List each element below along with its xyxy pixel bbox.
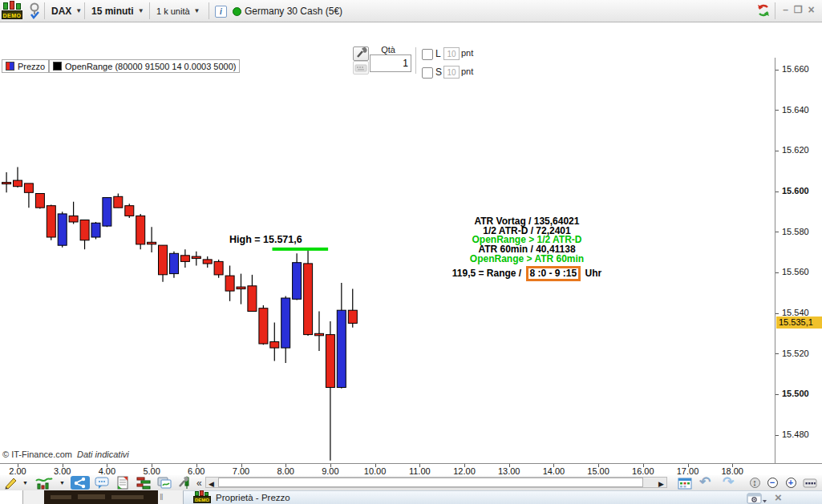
duplicate-chart-button[interactable]	[156, 476, 173, 490]
duplicate-chart-icon	[156, 476, 172, 490]
zoom-in-icon: +	[786, 478, 796, 488]
candle-body	[293, 263, 302, 300]
market-open-status-dot	[233, 7, 241, 16]
candle-body	[337, 310, 346, 387]
zoom-out-icon: −	[767, 478, 778, 488]
units-dropdown[interactable]: 1 k unità ▼	[152, 2, 205, 19]
redo-icon[interactable]: ↷	[723, 474, 734, 490]
price-tick	[775, 435, 779, 436]
calendar-icon	[677, 476, 693, 490]
candlestick-chart[interactable]	[0, 58, 775, 463]
background-window-fragment[interactable]	[44, 490, 158, 504]
status-corner-cell	[0, 490, 23, 504]
share-icon	[73, 477, 87, 489]
positions-button[interactable]	[135, 476, 152, 490]
panel-visibility-button[interactable]	[747, 492, 767, 504]
status-row: ‖ DEMO Proprietà - Prezzo ×	[0, 490, 822, 504]
info-icon[interactable]: i	[215, 6, 227, 18]
report-icon	[116, 476, 129, 490]
instrument-dropdown[interactable]: DAX ▼	[47, 2, 87, 19]
indicators-icon	[35, 476, 53, 490]
properties-panel-titlebar[interactable]: DEMO Proprietà - Prezzo ×	[183, 490, 822, 504]
candle-body	[315, 333, 324, 336]
candle-body	[192, 256, 200, 259]
calendar-button[interactable]	[676, 476, 694, 490]
refresh-icon[interactable]	[755, 2, 771, 18]
candle-body	[47, 206, 55, 237]
range-time-box: 8 :0 - 9 :15	[526, 266, 581, 281]
minimize-button[interactable]: –	[779, 5, 792, 17]
maximize-button[interactable]: ❒	[792, 5, 804, 17]
candle-body	[24, 183, 33, 192]
range-annotation-line: 119,5 = Range / 8 :0 - 9 :15 Uhr	[423, 264, 631, 281]
undo-icon[interactable]: ↶	[699, 474, 711, 490]
candle-body	[248, 286, 257, 312]
price-tick	[775, 313, 779, 314]
price-tick-label: 15.480	[782, 429, 809, 439]
more-options-button[interactable]	[801, 476, 819, 490]
price-tick	[775, 272, 779, 273]
candle-body	[114, 196, 123, 208]
collapse-toolbar-button[interactable]: «	[196, 478, 202, 489]
candle-body	[348, 310, 357, 323]
scrollbar-thumb[interactable]	[218, 478, 643, 487]
current-price-tag: 15.535,1	[776, 317, 822, 329]
candle-body	[326, 335, 334, 388]
high-annotation: High = 15.571,6	[229, 234, 302, 245]
candle-body	[170, 253, 179, 273]
open-range-high-line	[273, 248, 329, 251]
divider	[44, 2, 45, 19]
price-legend-icon	[6, 62, 14, 71]
price-tick-label: 15.580	[782, 227, 809, 236]
zoom-in-button[interactable]: +	[782, 476, 800, 490]
annotation-line: OpenRange > ATR 60min	[423, 255, 631, 264]
legend-indicator[interactable]: OpenRange (80000 91500 14 0.0003 5000)	[49, 59, 240, 73]
price-tick	[775, 353, 779, 354]
vertical-zoom-button[interactable]: ↕	[744, 476, 765, 490]
pin-icon[interactable]	[28, 2, 41, 19]
indicators-button[interactable]	[35, 476, 53, 490]
candle-body	[259, 308, 268, 344]
trading-platform-window: DEMO DAX ▼ 15 minuti ▼ 1 k unità ▼ i Ger…	[0, 0, 822, 504]
properties-panel-title: Proprietà - Prezzo	[216, 493, 290, 502]
price-tick	[775, 70, 779, 71]
close-button[interactable]: ×	[805, 5, 817, 17]
share-button[interactable]	[71, 476, 90, 490]
drag-handle-icon[interactable]: ‖	[160, 492, 164, 502]
report-button[interactable]	[114, 476, 132, 490]
instrument-status-label: Germany 30 Cash (5€)	[245, 6, 342, 17]
candle-body	[125, 206, 134, 216]
price-axis[interactable]: 15.66015.64015.62015.60015.58015.56015.5…	[775, 58, 822, 463]
price-tick-label: 15.500	[782, 389, 809, 398]
price-tick-label: 15.640	[782, 105, 809, 115]
price-tick	[775, 110, 779, 111]
candle-body	[35, 194, 44, 208]
candle-body	[159, 245, 168, 275]
chart-toolbar: ▼ ▼	[0, 475, 822, 490]
indicator-legend-icon	[53, 62, 62, 71]
timeframe-dropdown[interactable]: 15 minuti ▼	[87, 2, 149, 19]
candle-body	[237, 287, 245, 289]
timeframe-dropdown-label: 15 minuti	[91, 6, 134, 17]
scroll-right-button[interactable]: ▶	[658, 480, 664, 488]
price-tick-label: 15.600	[782, 186, 809, 196]
zoom-out-button[interactable]: −	[763, 476, 781, 490]
instrument-dropdown-label: DAX	[51, 6, 71, 17]
draw-tool-button[interactable]	[2, 476, 19, 490]
comments-button[interactable]	[93, 476, 111, 490]
candle-body	[270, 342, 279, 349]
atr-annotation-block: ATR Vortag / 135,64021 1/2 ATR-D / 72,24…	[423, 217, 631, 281]
chevron-down-icon[interactable]: ▼	[59, 480, 65, 486]
candle-body	[103, 198, 111, 227]
units-dropdown-label: 1 k unità	[156, 6, 190, 16]
panel-close-button[interactable]: ×	[775, 490, 782, 504]
demo-badge: DEMO	[2, 2, 22, 19]
scroll-left-button[interactable]: ◀	[209, 480, 214, 488]
comment-icon	[95, 476, 110, 490]
indicative-data-note: Dati indicativi	[77, 450, 129, 459]
chart-settings-button[interactable]	[176, 476, 194, 490]
chevron-down-icon[interactable]: ▼	[22, 480, 28, 486]
candle-body	[136, 216, 145, 244]
copyright-text: © IT-Finance.com	[2, 450, 72, 459]
legend-price[interactable]: Prezzo	[2, 59, 49, 73]
